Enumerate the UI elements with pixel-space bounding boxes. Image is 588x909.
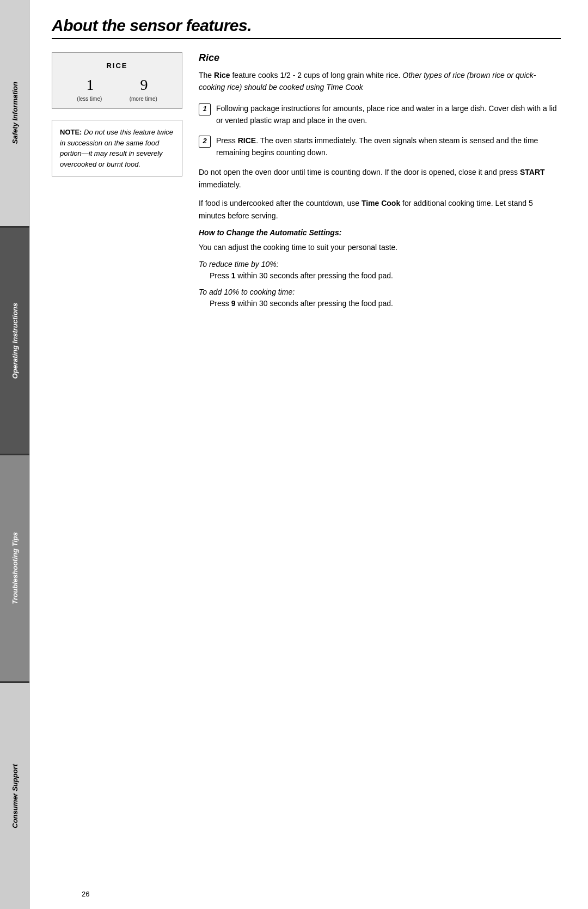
body-para-1: Do not open the oven door until time is … <box>199 166 561 191</box>
rice-pad-caption-right: (more time) <box>130 96 157 102</box>
rice-pad-graphic: Rice 1 9 (less time) (more time) <box>52 52 182 109</box>
sidebar-section-operating: Operating Instructions <box>0 226 29 454</box>
sidebar-section-troubleshooting: Troubleshooting Tips <box>0 454 29 681</box>
two-column-layout: Rice 1 9 (less time) (more time) NOTE: D… <box>52 52 561 315</box>
step-2-text: Press RICE. The oven starts immediately.… <box>216 135 561 159</box>
adjust-text: You can adjust the cooking time to suit … <box>199 241 561 253</box>
note-box: NOTE: Do not use this feature twice in s… <box>52 120 182 176</box>
sidebar: Safety Information Operating Instruction… <box>0 0 30 909</box>
main-content: About the sensor features. Rice 1 9 (les… <box>30 0 588 909</box>
sidebar-label-troubleshooting: Troubleshooting Tips <box>11 532 19 604</box>
note-bold-prefix: NOTE: <box>60 128 82 136</box>
reduce-label: To reduce time by 10%: <box>199 260 561 269</box>
rice-pad-caption-left: (less time) <box>77 96 102 102</box>
left-column: Rice 1 9 (less time) (more time) NOTE: D… <box>52 52 182 315</box>
how-to-change-heading: How to Change the Automatic Settings: <box>199 228 561 237</box>
step-1: 1 Following package instructions for amo… <box>199 102 561 127</box>
step-2: 2 Press RICE. The oven starts immediatel… <box>199 135 561 159</box>
sidebar-section-safety: Safety Information <box>0 0 29 226</box>
rice-pad-captions: (less time) (more time) <box>63 96 171 102</box>
step-2-number: 2 <box>199 136 211 148</box>
rice-section-heading: Rice <box>199 52 561 64</box>
page-title: About the sensor features. <box>52 16 561 35</box>
step-1-text: Following package instructions for amoun… <box>216 102 561 127</box>
reduce-text: Press 1 within 30 seconds after pressing… <box>199 270 561 282</box>
sidebar-section-consumer: Consumer Support <box>0 681 29 909</box>
sidebar-label-consumer: Consumer Support <box>11 764 19 828</box>
add-label: To add 10% to cooking time: <box>199 288 561 296</box>
title-rule <box>52 38 561 39</box>
page-number: 26 <box>60 890 89 898</box>
rice-pad-label: Rice <box>63 62 171 70</box>
sidebar-label-operating: Operating Instructions <box>11 303 19 379</box>
rice-pad-num-right: 9 <box>140 76 148 94</box>
step-1-number: 1 <box>199 103 211 115</box>
body-para-2: If food is undercooked after the countdo… <box>199 197 561 222</box>
right-column: Rice The Rice feature cooks 1/2 - 2 cups… <box>199 52 561 315</box>
sidebar-label-safety: Safety Information <box>11 82 19 144</box>
rice-pad-numbers: 1 9 <box>63 76 171 94</box>
add-text: Press 9 within 30 seconds after pressing… <box>199 297 561 309</box>
rice-intro-text: The Rice feature cooks 1/2 - 2 cups of l… <box>199 69 561 94</box>
rice-pad-num-left: 1 <box>87 76 94 94</box>
